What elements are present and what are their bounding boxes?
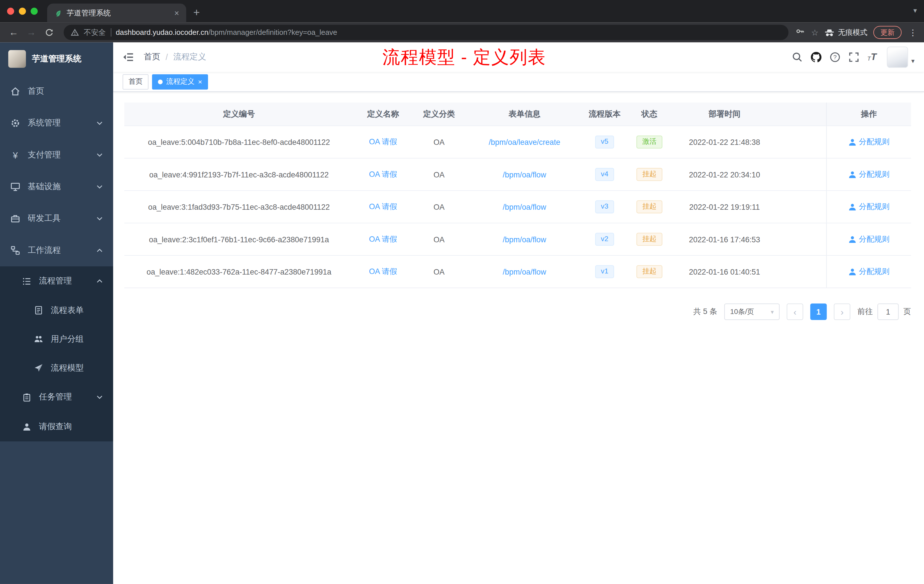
paper-plane-icon [34, 364, 43, 373]
navbar-actions: ? TT ▾ [792, 46, 914, 68]
version-badge: v5 [595, 136, 614, 148]
search-icon[interactable] [792, 52, 802, 63]
assign-rule-label: 分配规则 [859, 266, 889, 277]
definition-name-link[interactable]: OA 请假 [369, 234, 397, 244]
chevron-down-icon [97, 396, 102, 399]
sidebar-item-infrastructure[interactable]: 基础设施 [0, 171, 113, 203]
sidebar-logo[interactable]: 芋道管理系统 [0, 43, 113, 76]
tab-search-chevron-icon[interactable]: ▾ [913, 7, 917, 15]
minimize-window-button[interactable] [19, 8, 26, 15]
sidebar-item-workflow[interactable]: 工作流程 [0, 234, 113, 266]
pagination: 共 5 条 10条/页 ▾ ‹ 1 › 前往 1 页 [124, 304, 911, 320]
help-icon[interactable]: ? [830, 52, 840, 63]
goto-page-input[interactable]: 1 [878, 304, 899, 320]
reload-button[interactable] [41, 25, 56, 40]
sidebar-item-process-management[interactable]: 流程管理 [0, 266, 113, 296]
definition-name-link[interactable]: OA 请假 [369, 201, 397, 212]
cell-status: 挂起 [626, 191, 673, 223]
assign-rule-button[interactable]: 分配规则 [848, 234, 889, 244]
table-header: 定义编号 定义名称 定义分类 表单信息 流程版本 状态 部署时间 操作 [124, 102, 911, 126]
col-process-version: 流程版本 [583, 102, 626, 125]
form-info-link[interactable]: /bpm/oa/leave/create [488, 138, 560, 147]
form-info-link[interactable]: /bpm/oa/flow [503, 202, 546, 211]
sidebar-item-home[interactable]: 首页 [0, 76, 113, 107]
page-url[interactable]: dashboard.yudao.iocoder.cn/bpm/manager/d… [116, 28, 337, 36]
font-size-icon[interactable]: TT [867, 53, 876, 62]
sidebar-item-system[interactable]: 系统管理 [0, 107, 113, 139]
tag-close-icon[interactable]: × [198, 78, 202, 86]
security-label[interactable]: 不安全 [84, 27, 106, 38]
sidebar-item-task-management[interactable]: 任务管理 [0, 383, 113, 412]
browser-tab[interactable]: 芋道管理系统 × [47, 3, 186, 22]
forward-button[interactable]: → [24, 25, 39, 40]
form-info-link[interactable]: /bpm/oa/flow [503, 267, 546, 276]
user-avatar-menu[interactable]: ▾ [887, 46, 914, 68]
goto-unit: 页 [903, 307, 911, 317]
assign-rule-button[interactable]: 分配规则 [848, 266, 889, 277]
tags-view: 首页 流程定义 × [113, 72, 924, 92]
update-button[interactable]: 更新 [873, 26, 902, 39]
incognito-icon [824, 28, 834, 37]
zoom-window-button[interactable] [31, 8, 38, 15]
version-badge: v3 [595, 201, 614, 213]
version-badge: v1 [595, 266, 614, 278]
sidebar-item-payment[interactable]: ¥ 支付管理 [0, 139, 113, 171]
form-info-link[interactable]: /bpm/oa/flow [503, 170, 546, 179]
definition-name-link[interactable]: OA 请假 [369, 137, 397, 147]
tab-close-icon[interactable]: × [173, 8, 180, 18]
close-window-button[interactable] [7, 8, 14, 15]
definition-name-link[interactable]: OA 请假 [369, 266, 397, 277]
new-tab-button[interactable]: + [193, 6, 200, 19]
sidebar-item-label: 流程管理 [39, 276, 72, 286]
tag-process-definition[interactable]: 流程定义 × [152, 74, 208, 89]
github-icon[interactable] [810, 52, 821, 63]
cell-spacer [776, 126, 826, 158]
sidebar-item-process-model[interactable]: 流程模型 [0, 354, 113, 383]
sidebar-item-leave-query[interactable]: 请假查询 [0, 412, 113, 441]
sidebar-item-label: 任务管理 [39, 392, 72, 403]
cell-definition-name: OA 请假 [354, 126, 412, 158]
password-key-icon[interactable] [796, 26, 805, 38]
bookmark-star-icon[interactable]: ☆ [811, 28, 818, 37]
form-info-link[interactable]: /bpm/oa/flow [503, 235, 546, 244]
sidebar-toggle-button[interactable] [122, 51, 134, 63]
sidebar-item-label: 工作流程 [28, 245, 61, 256]
address-bar[interactable]: 不安全 dashboard.yudao.iocoder.cn/bpm/manag… [64, 25, 789, 40]
browser-menu-icon[interactable]: ⋮ [908, 28, 918, 37]
assign-rule-button[interactable]: 分配规则 [848, 201, 889, 212]
clipboard-icon [22, 393, 31, 402]
tab-title: 芋道管理系统 [66, 8, 168, 18]
chevron-up-icon [97, 279, 102, 283]
sidebar-item-user-group[interactable]: 用户分组 [0, 325, 113, 353]
sidebar-item-devtools[interactable]: 研发工具 [0, 203, 113, 234]
sidebar-item-label: 研发工具 [28, 213, 61, 224]
prev-page-button[interactable]: ‹ [787, 304, 803, 320]
table-row: oa_leave:3:1fad3d93-7b75-11ec-a3c8-acde4… [124, 191, 911, 223]
sidebar-item-label: 首页 [28, 86, 44, 97]
page-number-current[interactable]: 1 [810, 304, 827, 320]
sidebar-item-process-form[interactable]: 流程表单 [0, 296, 113, 325]
cell-form-info: /bpm/oa/flow [465, 256, 583, 287]
sidebar-item-label: 流程表单 [51, 305, 84, 315]
next-page-button[interactable]: › [834, 304, 850, 320]
cell-version: v5 [583, 126, 626, 158]
assign-rule-button[interactable]: 分配规则 [848, 169, 889, 180]
assign-rule-button[interactable]: 分配规则 [848, 137, 889, 147]
status-badge: 挂起 [637, 201, 663, 213]
back-button[interactable]: ← [6, 25, 21, 40]
cell-form-info: /bpm/oa/flow [465, 191, 583, 223]
breadcrumb-home[interactable]: 首页 [144, 52, 160, 63]
document-icon [34, 306, 43, 315]
cell-definition-id: oa_leave:4:991f2193-7b7f-11ec-a3c8-acde4… [124, 158, 353, 190]
page-size-select[interactable]: 10条/页 ▾ [724, 304, 780, 320]
cell-deploy-time: 2022-01-16 01:40:51 [673, 256, 776, 287]
definition-table: 定义编号 定义名称 定义分类 表单信息 流程版本 状态 部署时间 操作 oa_l… [124, 102, 911, 288]
breadcrumb: 首页 / 流程定义 [144, 52, 206, 63]
definition-name-link[interactable]: OA 请假 [369, 169, 397, 180]
chevron-down-icon [97, 185, 102, 188]
chevron-down-icon [97, 121, 102, 125]
cell-version: v4 [583, 158, 626, 190]
fullscreen-icon[interactable] [848, 52, 859, 63]
tag-home[interactable]: 首页 [122, 74, 148, 89]
page-content: 定义编号 定义名称 定义分类 表单信息 流程版本 状态 部署时间 操作 oa_l… [113, 92, 924, 584]
